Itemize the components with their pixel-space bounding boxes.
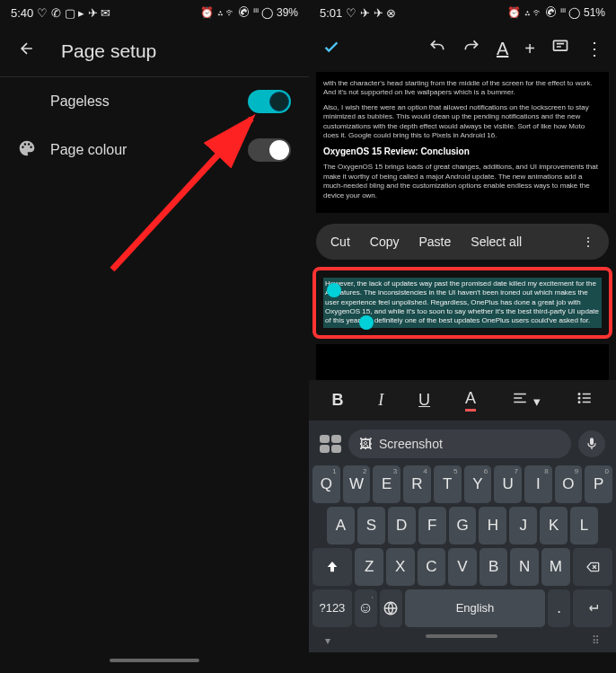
more-vert-icon[interactable]: ⋮ [585, 38, 603, 59]
screenshot-suggestion-chip[interactable]: 🖼 Screenshot [348, 429, 571, 458]
copy-button[interactable]: Copy [370, 235, 400, 249]
key-k[interactable]: K [540, 507, 568, 545]
key-d[interactable]: D [388, 507, 416, 545]
key-w[interactable]: W2 [343, 465, 371, 503]
backspace-key[interactable] [573, 548, 612, 586]
key-p[interactable]: P0 [585, 465, 612, 503]
select-all-button[interactable]: Select all [471, 235, 522, 249]
align-button[interactable]: ▾ [511, 390, 541, 411]
key-h[interactable]: H [479, 507, 506, 545]
cut-button[interactable]: Cut [330, 235, 350, 249]
key-z[interactable]: Z [355, 548, 383, 586]
key-m[interactable]: M [541, 548, 570, 586]
doc-paragraph: The OxygenOS 15 brings loads of great ch… [323, 163, 602, 200]
docs-editor-screen: 5:01♡ ✈ ✈ ⊗ ⏰ ⁂ ᯤ ✆ ᴵᴵᴵ ◯51% A + ⋮ with … [309, 0, 616, 673]
screenshot-thumb-icon: 🖼 [359, 437, 372, 451]
key-q[interactable]: Q1 [312, 465, 340, 503]
back-arrow-icon[interactable] [18, 40, 36, 62]
key-f[interactable]: F [418, 507, 446, 545]
key-j[interactable]: J [509, 507, 537, 545]
status-bar: 5:01♡ ✈ ✈ ⊗ ⏰ ⁂ ᯤ ✆ ᴵᴵᴵ ◯51% [309, 0, 616, 25]
redo-icon[interactable] [462, 38, 480, 59]
key-e[interactable]: E3 [373, 465, 400, 503]
status-battery: 39% [277, 6, 298, 19]
bold-button[interactable]: B [331, 391, 343, 410]
pageless-row[interactable]: Pageless [0, 77, 309, 126]
key-c[interactable]: C [418, 548, 446, 586]
key-row-1: Q1W2E3R4T5Y6U7I8O9P0 [312, 465, 612, 503]
status-icons-left: ♡ ✈ ✈ ⊗ [346, 6, 396, 20]
status-time: 5:01 [320, 6, 342, 20]
key-row-4: ?123 ☺, English . [312, 589, 612, 627]
pageless-label: Pageless [50, 93, 248, 110]
page-title: Page setup [61, 40, 156, 62]
doc-spacer [316, 344, 609, 380]
done-check-icon[interactable] [321, 37, 341, 60]
suggestion-bar: 🖼 Screenshot [312, 426, 612, 465]
keyboard-apps-icon[interactable] [320, 435, 341, 453]
palette-icon [18, 139, 50, 161]
insert-plus-icon[interactable]: + [524, 39, 535, 59]
pagecolour-label: Page colour [50, 142, 248, 158]
pageless-toggle[interactable] [248, 90, 291, 113]
svg-point-2 [578, 394, 580, 395]
key-g[interactable]: G [449, 507, 477, 545]
pagecolour-row[interactable]: Page colour [0, 126, 309, 174]
globe-key[interactable] [380, 589, 402, 627]
pagecolour-swatch[interactable] [248, 138, 291, 162]
editor-toolbar: A + ⋮ [309, 25, 616, 72]
keyboard-grip-icon[interactable]: ⠿ [592, 634, 600, 647]
selection-start-handle[interactable] [327, 283, 341, 297]
nav-bar [0, 653, 309, 668]
keyboard: 🖼 Screenshot Q1W2E3R4T5Y6U7I8O9P0 ASDFGH… [309, 421, 616, 652]
key-a[interactable]: A [327, 507, 355, 545]
underline-button[interactable]: U [418, 391, 430, 410]
text-context-menu: Cut Copy Paste Select all ⋮ [316, 224, 609, 260]
undo-icon[interactable] [428, 38, 446, 59]
text-color-button[interactable]: A [465, 389, 476, 412]
key-b[interactable]: B [480, 548, 508, 586]
status-icons-right: ⏰ ⁂ ᯤ ✆ ᴵᴵᴵ ◯ [507, 6, 580, 19]
status-icons-left: ♡ ✆ ▢ ▸ ✈ ✉ [37, 6, 110, 20]
context-more-icon[interactable]: ⋮ [582, 235, 594, 249]
key-i[interactable]: I8 [524, 465, 552, 503]
svg-point-4 [578, 402, 580, 403]
status-battery: 51% [584, 6, 605, 19]
selection-end-handle[interactable] [359, 315, 374, 330]
key-row-3: ZXCVBNM [312, 548, 612, 586]
key-u[interactable]: U7 [494, 465, 522, 503]
suggestion-text: Screenshot [379, 437, 443, 451]
doc-heading: OxygenOS 15 Review: Conclusion [323, 146, 602, 157]
doc-paragraph: Also, I wish there were an option that a… [323, 103, 602, 141]
enter-key[interactable] [573, 589, 612, 627]
key-v[interactable]: V [448, 548, 477, 586]
key-y[interactable]: Y6 [464, 465, 492, 503]
key-o[interactable]: O9 [555, 465, 583, 503]
svg-rect-1 [554, 40, 568, 50]
status-icons-right: ⏰ ⁂ ᯤ ✆ ᴵᴵᴵ ◯ [200, 6, 273, 19]
status-bar: 5:40♡ ✆ ▢ ▸ ✈ ✉ ⏰ ⁂ ᯤ ✆ ᴵᴵᴵ ◯39% [0, 0, 309, 25]
space-key[interactable]: English [405, 589, 545, 627]
key-x[interactable]: X [386, 548, 415, 586]
keyboard-hide-icon[interactable]: ▾ [325, 634, 330, 647]
key-row-2: ASDFGHJKL [312, 507, 612, 545]
page-header: Page setup [0, 25, 309, 76]
status-time: 5:40 [11, 6, 33, 20]
shift-key[interactable] [312, 548, 352, 586]
key-r[interactable]: R4 [403, 465, 431, 503]
period-key[interactable]: . [548, 589, 570, 627]
document-body[interactable]: with the character's head starting from … [316, 72, 609, 213]
emoji-key[interactable]: ☺, [355, 589, 377, 627]
list-button[interactable] [576, 390, 594, 411]
key-t[interactable]: T5 [434, 465, 462, 503]
key-s[interactable]: S [357, 507, 385, 545]
mic-icon[interactable] [578, 430, 605, 457]
text-format-icon[interactable]: A [497, 39, 508, 59]
key-l[interactable]: L [570, 507, 598, 545]
paste-button[interactable]: Paste [418, 235, 451, 249]
comment-icon[interactable] [551, 38, 569, 59]
numbers-key[interactable]: ?123 [312, 589, 352, 627]
page-setup-screen: 5:40♡ ✆ ▢ ▸ ✈ ✉ ⏰ ⁂ ᯤ ✆ ᴵᴵᴵ ◯39% Page se… [0, 0, 309, 673]
key-n[interactable]: N [510, 548, 539, 586]
italic-button[interactable]: I [378, 391, 383, 410]
